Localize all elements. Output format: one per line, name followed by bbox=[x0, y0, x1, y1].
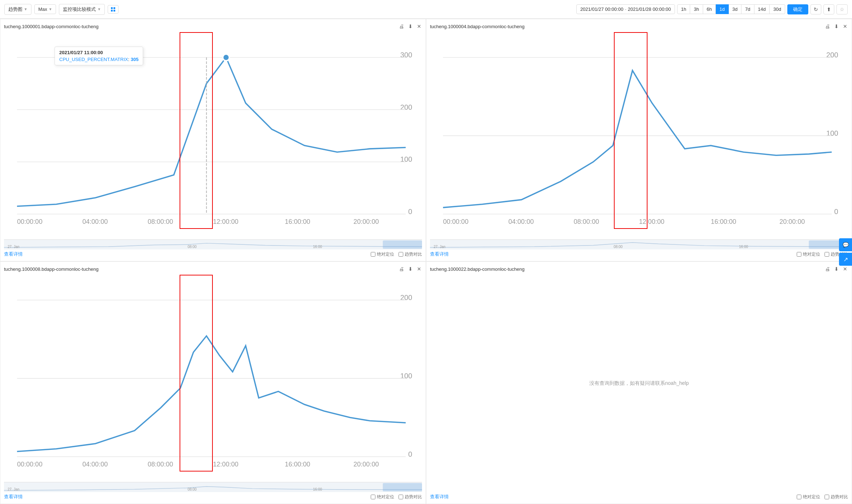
trend-compare-label-4: 趋势对比 bbox=[831, 494, 848, 500]
svg-rect-16 bbox=[383, 240, 422, 249]
mini-strip-2[interactable]: 27. Jan 08:00 16:00 bbox=[430, 239, 848, 249]
time-btn-7d[interactable]: 7d bbox=[741, 4, 754, 14]
chart-print-btn-1[interactable]: 🖨 bbox=[398, 23, 405, 30]
chart-title-4: tucheng.1000022.bdapp-commonloc-tucheng bbox=[430, 266, 525, 272]
float-chat-btn[interactable]: 💬 bbox=[839, 238, 852, 251]
mini-strip-svg-2 bbox=[430, 240, 848, 249]
trend-compare-checkbox-3[interactable] bbox=[399, 495, 403, 499]
mini-label-08-3: 08:00 bbox=[188, 487, 197, 491]
chart-body-1: 300 200 100 0 00:00:00 04:00:00 08:00:00 bbox=[4, 32, 422, 239]
export-icon[interactable]: ⬆ bbox=[823, 4, 834, 14]
chart-actions-2: 🖨 ⬇ ✕ bbox=[824, 23, 848, 30]
chart-svg-2: 200 100 0 00:00:00 04:00:00 08:00:00 12:… bbox=[430, 32, 848, 239]
abs-position-check-4[interactable]: 绝对定位 bbox=[797, 494, 820, 500]
charts-grid: tucheng.1000001.bdapp-commonloc-tucheng … bbox=[0, 19, 852, 504]
float-arrow-btn[interactable]: ↗ bbox=[839, 253, 852, 266]
trend-compare-check-4[interactable]: 趋势对比 bbox=[825, 494, 848, 500]
mini-strip-3[interactable]: 27. Jan 08:00 16:00 bbox=[4, 482, 422, 492]
chart-close-btn-2[interactable]: ✕ bbox=[842, 23, 848, 30]
svg-text:0: 0 bbox=[408, 450, 412, 458]
svg-text:0: 0 bbox=[408, 208, 412, 216]
abs-position-checkbox-1[interactable] bbox=[371, 252, 375, 257]
date-range-picker[interactable]: 2021/01/27 00:00:00 - 2021/01/28 00:00:0… bbox=[576, 4, 675, 14]
time-btn-3h[interactable]: 3h bbox=[690, 4, 703, 14]
time-btn-14d[interactable]: 14d bbox=[754, 4, 770, 14]
mini-label-16-1: 16:00 bbox=[313, 245, 322, 249]
chart-close-btn-1[interactable]: ✕ bbox=[416, 23, 422, 30]
trend-compare-label-3: 趋势对比 bbox=[405, 494, 422, 500]
chart-footer-2: 查看详情 绝对定位 趋势对比 bbox=[430, 251, 848, 257]
chart-print-btn-4[interactable]: 🖨 bbox=[824, 265, 831, 273]
chart-close-btn-3[interactable]: ✕ bbox=[416, 265, 422, 273]
abs-position-checkbox-2[interactable] bbox=[797, 252, 801, 257]
mini-label-08-1: 08:00 bbox=[188, 245, 197, 249]
svg-text:16:00:00: 16:00:00 bbox=[285, 461, 310, 468]
chart-title-2: tucheng.1000004.bdapp-commonloc-tucheng bbox=[430, 24, 525, 29]
view-detail-link-2[interactable]: 查看详情 bbox=[430, 251, 449, 257]
trend-compare-checkbox-1[interactable] bbox=[399, 252, 403, 257]
compare-mode-dropdown[interactable]: 监控项比较模式 ▼ bbox=[59, 4, 105, 15]
abs-position-check-3[interactable]: 绝对定位 bbox=[371, 494, 394, 500]
trend-compare-label-1: 趋势对比 bbox=[405, 251, 422, 257]
mini-label-date-2: 27. Jan bbox=[434, 245, 446, 249]
svg-point-9 bbox=[223, 54, 229, 61]
date-end: 2021/01/28 00:00:00 bbox=[628, 6, 671, 12]
time-btn-1h[interactable]: 1h bbox=[677, 4, 690, 14]
chart-download-btn-1[interactable]: ⬇ bbox=[408, 23, 413, 30]
view-detail-link-3[interactable]: 查看详情 bbox=[4, 494, 23, 500]
chart-actions-1: 🖨 ⬇ ✕ bbox=[398, 23, 422, 30]
mini-label-16-2: 16:00 bbox=[739, 245, 748, 249]
view-detail-link-4[interactable]: 查看详情 bbox=[430, 494, 449, 500]
date-start: 2021/01/27 00:00:00 bbox=[580, 6, 623, 12]
trend-compare-check-1[interactable]: 趋势对比 bbox=[399, 251, 422, 257]
chart-header-3: tucheng.1000008.bdapp-commonloc-tucheng … bbox=[4, 265, 422, 273]
time-btn-3d[interactable]: 3d bbox=[729, 4, 741, 14]
mini-strip-svg-3 bbox=[4, 482, 422, 492]
abs-position-check-1[interactable]: 绝对定位 bbox=[371, 251, 394, 257]
grid-layout-btn[interactable] bbox=[108, 5, 119, 14]
chart-title-1: tucheng.1000001.bdapp-commonloc-tucheng bbox=[4, 24, 99, 29]
chart-header-4: tucheng.1000022.bdapp-commonloc-tucheng … bbox=[430, 265, 848, 273]
abs-position-checkbox-4[interactable] bbox=[797, 495, 801, 499]
trend-compare-checkbox-2[interactable] bbox=[825, 252, 829, 257]
dropdown-arrow-icon3: ▼ bbox=[97, 7, 101, 11]
grid-icon bbox=[111, 7, 115, 12]
abs-position-check-2[interactable]: 绝对定位 bbox=[797, 251, 820, 257]
chart-panel-2: tucheng.1000004.bdapp-commonloc-tucheng … bbox=[426, 19, 852, 261]
view-detail-link-1[interactable]: 查看详情 bbox=[4, 251, 23, 257]
footer-checkboxes-1: 绝对定位 趋势对比 bbox=[371, 251, 422, 257]
chart-download-btn-4[interactable]: ⬇ bbox=[834, 265, 839, 273]
chart-download-btn-3[interactable]: ⬇ bbox=[408, 265, 413, 273]
chart-print-btn-3[interactable]: 🖨 bbox=[398, 265, 405, 273]
abs-position-checkbox-3[interactable] bbox=[371, 495, 375, 499]
view-type-dropdown[interactable]: 趋势图 ▼ bbox=[4, 4, 31, 15]
chart-panel-3: tucheng.1000008.bdapp-commonloc-tucheng … bbox=[0, 261, 426, 504]
mini-strip-1[interactable]: 27. Jan 08:00 16:00 bbox=[4, 239, 422, 249]
toolbar-left: 趋势图 ▼ Max ▼ 监控项比较模式 ▼ bbox=[4, 4, 119, 15]
trend-compare-checkbox-4[interactable] bbox=[825, 495, 829, 499]
svg-text:04:00:00: 04:00:00 bbox=[82, 461, 108, 468]
mini-label-date-1: 27. Jan bbox=[8, 245, 20, 249]
chart-footer-4: 查看详情 绝对定位 趋势对比 bbox=[430, 494, 848, 500]
no-data-message: 没有查询到数据，如有疑问请联系noah_help bbox=[430, 275, 848, 492]
svg-text:00:00:00: 00:00:00 bbox=[17, 218, 42, 225]
time-btn-30d[interactable]: 30d bbox=[770, 4, 785, 14]
time-btn-1d[interactable]: 1d bbox=[716, 4, 728, 14]
favorite-icon[interactable]: ☆ bbox=[836, 4, 848, 14]
svg-text:20:00:00: 20:00:00 bbox=[353, 218, 379, 225]
view-type-label: 趋势图 bbox=[8, 6, 22, 13]
refresh-icon[interactable]: ↻ bbox=[810, 4, 821, 14]
abs-position-label-1: 绝对定位 bbox=[377, 251, 394, 257]
svg-text:0: 0 bbox=[834, 208, 838, 216]
aggregate-dropdown[interactable]: Max ▼ bbox=[34, 4, 56, 14]
mini-label-08-2: 08:00 bbox=[614, 245, 623, 249]
chart-download-btn-2[interactable]: ⬇ bbox=[834, 23, 839, 30]
trend-compare-check-3[interactable]: 趋势对比 bbox=[399, 494, 422, 500]
float-button-group: 💬 ↗ bbox=[839, 238, 852, 266]
time-btn-6h[interactable]: 6h bbox=[703, 4, 716, 14]
chart-print-btn-2[interactable]: 🖨 bbox=[824, 23, 831, 30]
svg-text:04:00:00: 04:00:00 bbox=[508, 218, 534, 225]
svg-text:12:00:00: 12:00:00 bbox=[639, 218, 664, 225]
chart-close-btn-4[interactable]: ✕ bbox=[842, 265, 848, 273]
confirm-button[interactable]: 确定 bbox=[787, 4, 808, 14]
